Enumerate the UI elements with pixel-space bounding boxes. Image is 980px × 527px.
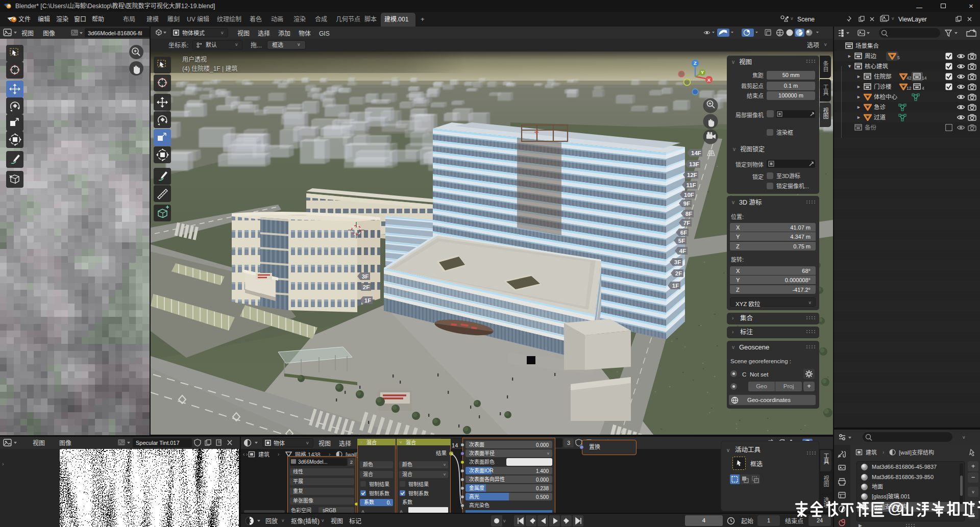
svg-text:8F: 8F <box>685 211 692 217</box>
svg-text:6F: 6F <box>680 230 687 236</box>
svg-text:2F: 2F <box>675 270 682 277</box>
svg-text:11F: 11F <box>686 182 696 188</box>
svg-text:1F: 1F <box>672 283 679 289</box>
svg-text:3F: 3F <box>362 273 369 280</box>
svg-text:钳制系数: 钳制系数 <box>369 490 389 496</box>
svg-text:10F: 10F <box>684 192 694 198</box>
svg-text:钳制结果: 钳制结果 <box>369 481 389 487</box>
svg-text:钳制系数: 钳制系数 <box>408 490 429 496</box>
svg-text:14F: 14F <box>691 150 701 156</box>
svg-text:@: @ <box>888 498 903 517</box>
svg-text:钳制结果: 钳制结果 <box>408 481 429 487</box>
svg-text:2F: 2F <box>363 284 370 290</box>
svg-text:12F: 12F <box>687 172 697 178</box>
svg-text:4F: 4F <box>679 248 686 254</box>
svg-text:1F: 1F <box>364 297 371 304</box>
svg-text:Y: Y <box>701 70 704 75</box>
svg-text:3F: 3F <box>674 259 681 265</box>
svg-text:7F: 7F <box>683 220 690 226</box>
svg-text:13F: 13F <box>689 161 699 167</box>
svg-text:9F: 9F <box>683 200 690 207</box>
svg-text:5F: 5F <box>678 238 685 244</box>
svg-text:Z: Z <box>694 60 697 66</box>
svg-text:X: X <box>707 77 711 83</box>
